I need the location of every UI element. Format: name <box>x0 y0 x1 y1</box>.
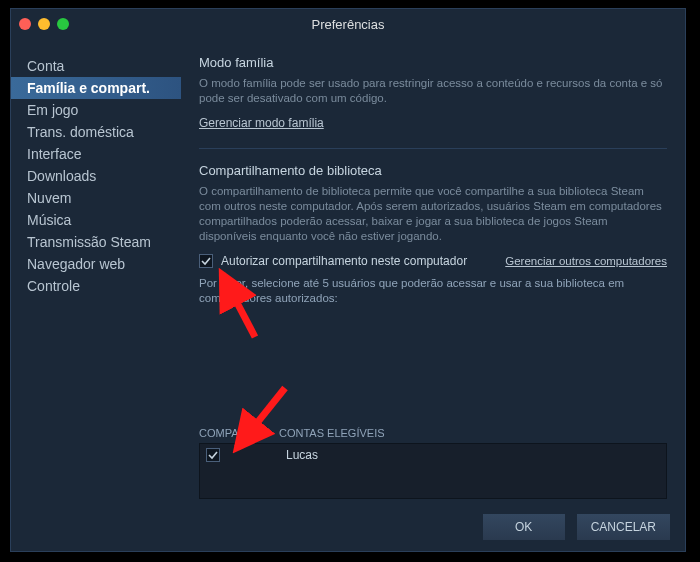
eligible-accounts: COMPART. CONTAS ELEGÍVEIS Lucas <box>199 423 667 499</box>
account-name: Lucas <box>286 448 318 462</box>
accounts-list: Lucas <box>199 443 667 499</box>
divider <box>199 148 667 149</box>
sidebar-item-family[interactable]: Família e compart. <box>11 77 181 99</box>
check-icon <box>201 256 211 266</box>
titlebar: Preferências <box>11 9 685 41</box>
manage-other-computers-link[interactable]: Gerenciar outros computadores <box>505 255 667 267</box>
select-users-hint: Por favor, selecione até 5 usuários que … <box>199 276 667 306</box>
content-pane: Modo família O modo família pode ser usa… <box>181 41 685 509</box>
ok-button[interactable]: OK <box>482 513 566 541</box>
sidebar-item-broadcast[interactable]: Transmissão Steam <box>11 231 181 253</box>
col-share-header: COMPART. <box>199 427 261 439</box>
sidebar-item-interface[interactable]: Interface <box>11 143 181 165</box>
accounts-header: COMPART. CONTAS ELEGÍVEIS <box>199 423 667 443</box>
footer: OK CANCELAR <box>482 513 671 541</box>
sidebar-item-account[interactable]: Conta <box>11 55 181 77</box>
family-mode-desc: O modo família pode ser usado para restr… <box>199 76 667 106</box>
sidebar: Conta Família e compart. Em jogo Trans. … <box>11 41 181 509</box>
sidebar-item-ingame[interactable]: Em jogo <box>11 99 181 121</box>
check-icon <box>208 450 218 460</box>
manage-family-link[interactable]: Gerenciar modo família <box>199 116 324 130</box>
account-share-checkbox[interactable] <box>206 448 220 462</box>
sidebar-item-controller[interactable]: Controle <box>11 275 181 297</box>
sidebar-item-cloud[interactable]: Nuvem <box>11 187 181 209</box>
sidebar-item-homestream[interactable]: Trans. doméstica <box>11 121 181 143</box>
family-mode-title: Modo família <box>199 55 667 70</box>
sidebar-item-downloads[interactable]: Downloads <box>11 165 181 187</box>
minimize-icon[interactable] <box>38 18 50 30</box>
maximize-icon[interactable] <box>57 18 69 30</box>
sidebar-item-webbrowser[interactable]: Navegador web <box>11 253 181 275</box>
authorize-label: Autorizar compartilhamento neste computa… <box>221 254 497 268</box>
sidebar-item-music[interactable]: Música <box>11 209 181 231</box>
library-sharing-desc: O compartilhamento de biblioteca permite… <box>199 184 667 244</box>
account-row[interactable]: Lucas <box>200 444 666 466</box>
window-body: Conta Família e compart. Em jogo Trans. … <box>11 41 685 509</box>
window-title: Preferências <box>312 17 385 32</box>
cancel-button[interactable]: CANCELAR <box>576 513 671 541</box>
close-icon[interactable] <box>19 18 31 30</box>
preferences-window: Preferências Conta Família e compart. Em… <box>10 8 686 552</box>
authorize-row: Autorizar compartilhamento neste computa… <box>199 254 667 268</box>
authorize-checkbox[interactable] <box>199 254 213 268</box>
col-eligible-header: CONTAS ELEGÍVEIS <box>279 427 385 439</box>
traffic-lights <box>19 18 69 30</box>
library-sharing-title: Compartilhamento de biblioteca <box>199 163 667 178</box>
